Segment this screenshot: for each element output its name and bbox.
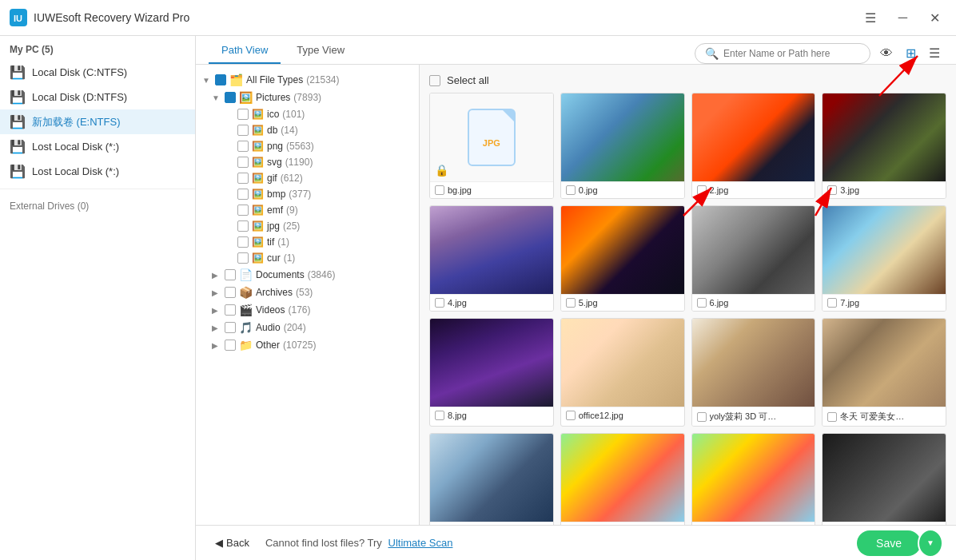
title-bar-controls: ☰ ─ ✕ — [858, 7, 946, 29]
tab-path-view[interactable]: Path View — [209, 38, 281, 64]
image-card-2[interactable]: 2.jpg — [691, 93, 816, 199]
tree-item-bmp[interactable]: 🖼️ bmp (377) — [196, 186, 419, 202]
cb-db[interactable] — [237, 125, 249, 136]
image-card-7[interactable]: 7.jpg — [822, 205, 946, 312]
cb-8[interactable] — [435, 411, 444, 420]
tree-all-count: (21534) — [306, 74, 339, 85]
image-thumb-8 — [430, 319, 553, 407]
disk-icon-lost2: 💾 — [10, 164, 26, 179]
search-input[interactable] — [723, 48, 851, 59]
tree-item-jpg[interactable]: 🖼️ jpg (25) — [196, 218, 419, 234]
cb-audio[interactable] — [225, 322, 236, 333]
cb-tif[interactable] — [237, 236, 249, 248]
tree-item-pictures[interactable]: ▼ 🖼️ Pictures (7893) — [196, 89, 419, 106]
tree-item-emf[interactable]: 🖼️ emf (9) — [196, 202, 419, 218]
cb-bg[interactable] — [435, 185, 444, 195]
cb-pictures[interactable] — [225, 92, 236, 103]
tree-ico-count: (101) — [282, 109, 305, 120]
cb-5[interactable] — [566, 298, 576, 308]
image-card-yoly[interactable]: yoly菠莉 3D 可… — [691, 318, 816, 427]
tree-item-documents[interactable]: ▶ 📄 Documents (3846) — [196, 266, 419, 284]
cb-documents[interactable] — [225, 269, 236, 280]
file-tree[interactable]: ▼ 🗂️ All File Types (21534) ▼ 🖼️ Picture… — [196, 65, 420, 525]
sidebar-item-lost2[interactable]: 💾 Lost Local Disk (*:) — [0, 159, 195, 184]
cb-archives[interactable] — [225, 287, 236, 298]
ultimate-scan-link[interactable]: Ultimate Scan — [388, 537, 453, 549]
tree-item-audio[interactable]: ▶ 🎵 Audio (204) — [196, 319, 419, 336]
tabs-bar: Path View Type View 🔍 👁 ⊞ ☰ — [196, 36, 956, 65]
cb-office12[interactable] — [566, 411, 576, 420]
eye-icon-button[interactable]: 👁 — [877, 43, 896, 64]
my-pc-label: My PC (5) — [0, 36, 195, 60]
tree-documents-count: (3846) — [308, 269, 336, 280]
cb-png[interactable] — [237, 141, 249, 152]
sidebar-item-e[interactable]: 💾 新加载卷 (E:NTFS) — [0, 109, 195, 134]
cb-ico[interactable] — [237, 109, 249, 120]
tree-db-name: db — [267, 125, 277, 136]
svg-text:IU: IU — [14, 14, 22, 23]
cb-yoly[interactable] — [697, 412, 707, 422]
image-card-0[interactable]: 0.jpg — [560, 93, 685, 199]
tree-svg-name: svg — [267, 157, 282, 168]
menu-button[interactable]: ☰ — [858, 7, 882, 29]
tab-type-view[interactable]: Type View — [284, 38, 357, 64]
select-all-checkbox[interactable] — [429, 75, 440, 86]
image-card-p4[interactable] — [822, 433, 946, 525]
image-fname-7: 7.jpg — [840, 298, 859, 308]
cb-4[interactable] — [435, 298, 444, 308]
tree-item-cur[interactable]: 🖼️ cur (1) — [196, 250, 419, 266]
cb-bmp[interactable] — [237, 189, 249, 200]
image-card-6[interactable]: 6.jpg — [691, 205, 816, 312]
cb-gif[interactable] — [237, 173, 249, 184]
image-card-bg[interactable]: JPG 🔒 bg.jpg — [429, 93, 554, 199]
save-button[interactable]: Save — [857, 530, 921, 556]
cb-winter[interactable] — [827, 412, 837, 422]
cb-3[interactable] — [827, 185, 837, 195]
image-card-p3[interactable] — [691, 433, 816, 525]
back-button[interactable]: ◀ Back — [209, 534, 256, 552]
cb-2[interactable] — [697, 185, 707, 195]
image-thumb-p4 — [823, 434, 946, 522]
cb-cur[interactable] — [237, 252, 249, 264]
cb-all[interactable] — [215, 74, 226, 85]
tree-item-gif[interactable]: 🖼️ gif (612) — [196, 170, 419, 186]
expander-all[interactable]: ▼ — [202, 76, 212, 85]
tree-item-videos[interactable]: ▶ 🎬 Videos (176) — [196, 301, 419, 319]
cb-emf[interactable] — [237, 205, 249, 216]
save-dropdown-arrow[interactable]: ▼ — [918, 529, 943, 558]
tree-item-db[interactable]: 🖼️ db (14) — [196, 122, 419, 138]
tree-item-archives[interactable]: ▶ 📦 Archives (53) — [196, 284, 419, 301]
expander-pictures[interactable]: ▼ — [212, 93, 221, 102]
image-card-8[interactable]: 8.jpg — [429, 318, 554, 427]
image-card-5[interactable]: 5.jpg — [560, 205, 685, 312]
image-area: Select all JPG 🔒 bg.jpg — [420, 65, 956, 525]
disk-icon-lost1: 💾 — [10, 139, 26, 154]
image-fname-5: 5.jpg — [579, 298, 598, 308]
image-card-p1[interactable] — [429, 433, 554, 525]
sidebar-item-c[interactable]: 💾 Local Disk (C:NTFS) — [0, 60, 195, 85]
image-card-winter[interactable]: 冬天 可爱美女… — [822, 318, 946, 427]
cb-videos[interactable] — [225, 304, 236, 316]
list-view-button[interactable]: ☰ — [926, 42, 943, 64]
tree-item-tif[interactable]: 🖼️ tif (1) — [196, 234, 419, 250]
image-card-3[interactable]: 3.jpg — [822, 93, 946, 199]
close-button[interactable]: ✕ — [923, 7, 946, 29]
minimize-button[interactable]: ─ — [892, 7, 914, 28]
cb-other[interactable] — [225, 340, 236, 351]
tree-item-ico[interactable]: 🖼️ ico (101) — [196, 106, 419, 122]
sidebar-item-lost1[interactable]: 💾 Lost Local Disk (*:) — [0, 134, 195, 159]
image-card-4[interactable]: 4.jpg — [429, 205, 554, 312]
sidebar-item-d[interactable]: 💾 Local Disk (D:NTFS) — [0, 85, 195, 109]
cb-svg[interactable] — [237, 157, 249, 168]
cb-0[interactable] — [566, 185, 576, 195]
tree-item-all[interactable]: ▼ 🗂️ All File Types (21534) — [196, 71, 419, 89]
cb-7[interactable] — [827, 298, 837, 308]
grid-view-button[interactable]: ⊞ — [902, 42, 919, 64]
tree-item-png[interactable]: 🖼️ png (5563) — [196, 138, 419, 154]
tree-item-other[interactable]: ▶ 📁 Other (10725) — [196, 336, 419, 354]
cb-6[interactable] — [697, 298, 707, 308]
tree-item-svg[interactable]: 🖼️ svg (1190) — [196, 154, 419, 170]
image-card-p2[interactable] — [560, 433, 685, 525]
image-card-office12[interactable]: office12.jpg — [560, 318, 685, 427]
cb-jpg[interactable] — [237, 220, 249, 232]
